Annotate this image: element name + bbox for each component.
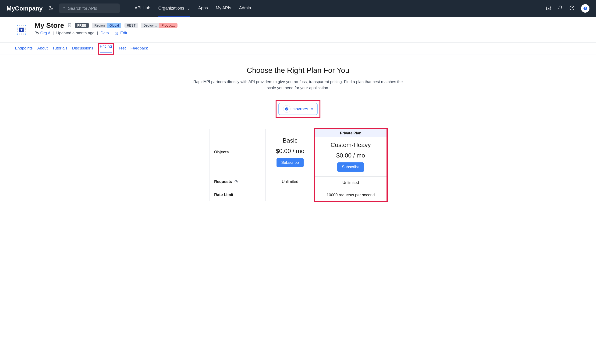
page-subtitle: RapidAPI partners directly with API prov… <box>188 79 408 91</box>
chip-region-group: Region Global <box>92 23 121 28</box>
chevron-down-icon: ⌄ <box>187 6 190 10</box>
chip-deploy-group: Deploy… Produc… <box>141 23 178 28</box>
subscribe-custom-button[interactable]: Subscribe <box>337 162 364 172</box>
plan-custom-requests: Unlimited <box>315 176 387 189</box>
tab-about[interactable]: About <box>37 43 48 55</box>
main-content: Choose the Right Plan For You RapidAPI p… <box>170 66 426 201</box>
svg-point-10 <box>19 25 20 26</box>
highlight-user-select: sbyrnes ▾ <box>276 100 320 118</box>
highlight-custom-plan: Private Plan Custom-Heavy $0.00 / mo Sub… <box>315 129 387 201</box>
svg-point-24 <box>236 182 236 183</box>
avatar[interactable] <box>581 4 589 13</box>
search-input[interactable] <box>68 6 117 11</box>
plan-basic-head-cell: Basic $0.00 / mo Subscribe <box>266 129 315 175</box>
nav-links: API Hub Organizations ⌄ Apps My APIs Adm… <box>135 0 251 17</box>
api-header: My Store FREE Region Global REST Deploy…… <box>0 17 596 38</box>
svg-marker-9 <box>25 33 26 35</box>
tab-test[interactable]: Test <box>119 43 126 55</box>
help-icon[interactable] <box>569 5 574 11</box>
chip-free: FREE <box>75 23 89 28</box>
nav-apps[interactable]: Apps <box>198 0 208 17</box>
pricing-table: Objects Basic $0.00 / mo Subscribe Priva… <box>209 129 387 201</box>
plan-basic-rate-limit <box>266 188 315 201</box>
user-avatar-icon <box>283 105 291 113</box>
chip-produc: Produc… <box>159 23 178 28</box>
highlight-pricing-tab: Pricing <box>98 43 114 55</box>
api-title: My Store <box>35 22 64 29</box>
chip-region-label: Region <box>92 23 107 28</box>
svg-marker-8 <box>17 33 18 35</box>
plan-custom-name: Custom-Heavy <box>331 141 371 149</box>
row-label-objects: Objects <box>209 129 266 175</box>
search-icon <box>62 7 66 10</box>
svg-point-17 <box>17 29 18 30</box>
api-logo <box>15 23 28 36</box>
inbox-icon[interactable] <box>546 5 551 11</box>
tab-endpoints[interactable]: Endpoints <box>15 43 33 55</box>
user-select[interactable]: sbyrnes ▾ <box>278 103 317 115</box>
org-link[interactable]: Org A <box>40 31 51 35</box>
nav-organizations[interactable]: Organizations ⌄ <box>158 0 190 17</box>
tab-tutorials[interactable]: Tutorials <box>52 43 67 55</box>
svg-point-14 <box>21 33 22 35</box>
help-circle-icon[interactable] <box>234 180 238 183</box>
nav-organizations-label: Organizations <box>158 6 184 10</box>
row-label-rate-limit: Rate Limit <box>209 188 266 201</box>
nav-api-hub[interactable]: API Hub <box>135 0 150 17</box>
by-label: By <box>35 31 39 35</box>
svg-point-0 <box>63 7 65 9</box>
data-link[interactable]: Data <box>100 31 109 35</box>
private-plan-banner: Private Plan <box>315 129 387 137</box>
svg-point-21 <box>25 31 26 32</box>
page-title: Choose the Right Plan For You <box>175 66 421 75</box>
svg-point-11 <box>21 25 22 26</box>
subscribe-basic-button[interactable]: Subscribe <box>276 158 304 167</box>
svg-point-16 <box>17 28 18 29</box>
plan-basic-price: $0.00 / mo <box>276 147 305 155</box>
pencil-icon <box>115 32 118 35</box>
moon-icon[interactable] <box>48 5 53 11</box>
svg-point-15 <box>23 33 24 35</box>
tab-pricing[interactable]: Pricing <box>100 41 112 52</box>
svg-point-3 <box>584 7 587 10</box>
plan-custom-rate-limit: 10000 requests per second <box>315 189 387 201</box>
chip-region-value: Global <box>107 23 121 28</box>
nav-my-apis[interactable]: My APIs <box>216 0 231 17</box>
chip-rest: REST <box>125 23 138 28</box>
api-meta: By Org A | Updated a month ago | Data | … <box>35 31 178 36</box>
bell-icon[interactable] <box>558 5 563 11</box>
row-label-requests: Requests <box>209 175 266 188</box>
svg-point-20 <box>25 29 26 30</box>
svg-marker-6 <box>17 25 18 26</box>
svg-marker-7 <box>25 25 26 26</box>
bookmark-icon[interactable] <box>67 22 72 29</box>
svg-point-13 <box>19 33 20 35</box>
svg-point-22 <box>285 107 289 111</box>
svg-point-12 <box>23 25 24 26</box>
row-label-requests-text: Requests <box>214 179 232 184</box>
caret-down-icon: ▾ <box>311 107 313 111</box>
user-select-name: sbyrnes <box>293 107 308 111</box>
search-box[interactable] <box>59 3 120 13</box>
top-nav: MyCompany API Hub Organizations ⌄ Apps M… <box>0 0 596 17</box>
edit-link[interactable]: Edit <box>120 31 127 35</box>
chip-deploy: Deploy… <box>141 23 159 28</box>
tabs-wrap: Endpoints About Tutorials Discussions Pr… <box>0 43 596 55</box>
tab-discussions[interactable]: Discussions <box>72 43 93 55</box>
tab-feedback[interactable]: Feedback <box>130 43 148 55</box>
svg-point-18 <box>17 31 18 32</box>
brand-logo[interactable]: MyCompany <box>7 5 43 12</box>
svg-point-19 <box>25 28 26 29</box>
nav-right <box>546 4 589 13</box>
nav-admin[interactable]: Admin <box>239 0 251 17</box>
updated-text: Updated a month ago <box>56 31 95 35</box>
plan-basic-name: Basic <box>283 137 298 144</box>
plan-basic-requests: Unlimited <box>266 175 315 188</box>
plan-custom-price: $0.00 / mo <box>336 152 365 159</box>
